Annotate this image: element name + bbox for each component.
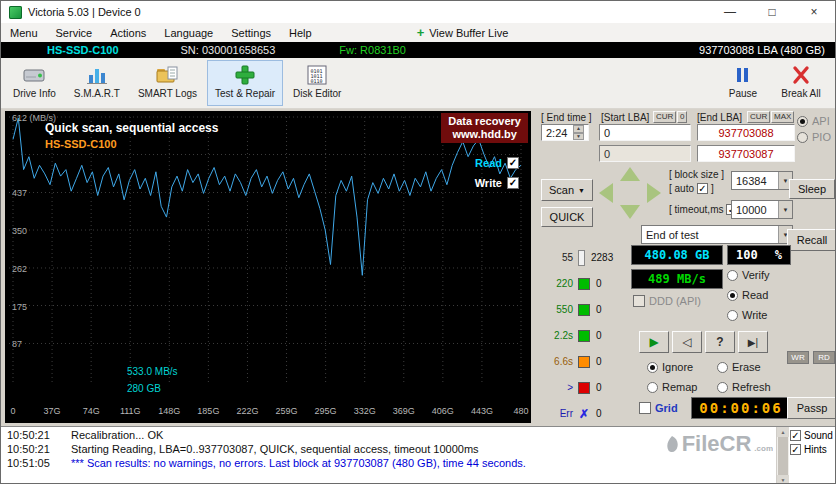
x-tick-label: 74G [83, 406, 100, 416]
end-lba-max-button[interactable]: MAX [771, 111, 794, 123]
remap-radio[interactable]: Remap [647, 381, 697, 393]
read-radio[interactable]: Read [727, 289, 768, 301]
bin-label: 55 [543, 252, 573, 263]
passp-button[interactable]: Passp [787, 397, 836, 419]
x-tick-label: 295G [315, 406, 337, 416]
end-time-spinbox[interactable]: 2:24 ▲ ▼ [541, 124, 589, 141]
x-tick-label: 332G [354, 406, 376, 416]
radio-circle [717, 382, 728, 393]
pause-button[interactable]: Pause [715, 60, 771, 106]
bin-label: 220 [543, 278, 573, 289]
graph-title: Quick scan, sequential access [45, 121, 218, 135]
minimize-icon[interactable]: — [709, 1, 751, 23]
timer-display: 00:00:06 [691, 397, 791, 419]
grid-option[interactable]: Grid [639, 402, 678, 414]
refresh-radio[interactable]: Refresh [717, 381, 771, 393]
smart-logs-label: SMART Logs [138, 88, 197, 99]
erase-label: Erase [732, 361, 761, 373]
break-all-button[interactable]: Break All [773, 60, 829, 106]
scroll-down-icon[interactable]: ▼ [777, 475, 789, 484]
jog-left-button[interactable] [599, 183, 613, 203]
block-size-combo[interactable]: 16384 ▼ [731, 171, 793, 190]
jog-right-button[interactable] [647, 183, 661, 203]
scroll-up-icon[interactable]: ▲ [777, 427, 789, 437]
end-time-label: [ End time ] [541, 112, 592, 123]
spin-up-icon[interactable]: ▲ [573, 125, 584, 133]
disk-editor-button[interactable]: 010110110110 Disk Editor [285, 60, 349, 106]
quick-button[interactable]: QUICK [541, 207, 593, 227]
ddd-option[interactable]: DDD (API) [633, 295, 701, 307]
skip-to-end-button[interactable]: ▶| [738, 331, 768, 353]
api-radio[interactable]: API [797, 115, 830, 127]
ignore-radio[interactable]: Ignore [647, 361, 693, 373]
recall-button[interactable]: Recall [787, 229, 836, 251]
end-of-test-combo[interactable]: End of test ▼ [641, 225, 793, 244]
close-icon[interactable]: × [793, 1, 835, 23]
timeout-combo[interactable]: 10000 ▼ [731, 200, 793, 219]
log-scrollbar[interactable]: ▲ ▼ [776, 427, 789, 484]
view-buffer-live-button[interactable]: + View Buffer Live [417, 26, 509, 39]
chevron-down-icon: ▼ [578, 187, 585, 194]
log-message: *** Scan results: no warnings, no errors… [71, 457, 526, 469]
auto-checkbox[interactable] [697, 183, 708, 194]
ddd-label: DDD (API) [649, 295, 701, 307]
bin-count: 0 [596, 382, 602, 393]
sleep-button[interactable]: Sleep [789, 179, 835, 199]
test-repair-button[interactable]: Test & Repair [207, 60, 283, 106]
start-lba-zero-button[interactable]: 0 [677, 111, 687, 123]
start-lba-field[interactable]: 0 [599, 124, 691, 141]
write-checkbox[interactable] [507, 177, 519, 189]
sound-checkbox[interactable] [790, 430, 801, 441]
menu-item-service[interactable]: Service [47, 27, 102, 39]
radio-circle [647, 382, 658, 393]
menu-item-actions[interactable]: Actions [101, 27, 155, 39]
smart-logs-button[interactable]: SMART Logs [130, 60, 205, 106]
read-checkbox[interactable] [507, 157, 519, 169]
end-time-spinner[interactable]: ▲ ▼ [573, 125, 584, 140]
speed-bin-row: Err✗0 [543, 405, 602, 422]
erase-radio[interactable]: Erase [717, 361, 761, 373]
bracket: ] [711, 183, 714, 194]
start-test-button[interactable]: ▶ [639, 331, 669, 353]
maximize-icon[interactable]: □ [751, 1, 793, 23]
sound-option[interactable]: Sound [790, 430, 834, 441]
title-bar: Victoria 5.03 | Device 0 — □ × [1, 1, 835, 23]
jog-down-button[interactable] [620, 205, 640, 219]
hints-label: Hints [804, 444, 827, 455]
menu-item-menu[interactable]: Menu [1, 27, 47, 39]
size-display: 480.08 GB [631, 245, 723, 265]
current-lba-value: 0 [604, 148, 610, 160]
drive-info-button[interactable]: Drive Info [5, 60, 64, 106]
jog-up-button[interactable] [620, 167, 640, 181]
write-radio[interactable]: Write [727, 309, 767, 321]
menu-item-help[interactable]: Help [280, 27, 321, 39]
step-back-button[interactable]: ◁ [672, 331, 702, 353]
hints-checkbox[interactable] [790, 444, 801, 455]
bin-label: > [543, 382, 573, 393]
scrollbar-thumb[interactable] [778, 437, 788, 475]
end-lba-field[interactable]: 937703088 [697, 124, 795, 141]
scan-button[interactable]: Scan ▼ [541, 179, 593, 201]
menu-item-language[interactable]: Language [155, 27, 222, 39]
start-lba-cur-button[interactable]: CUR [653, 111, 676, 123]
verify-radio[interactable]: Verify [727, 269, 770, 281]
seek-defect-button[interactable]: ? [705, 331, 735, 353]
device-capacity: 937703088 LBA (480 GB) [699, 44, 825, 56]
app-icon [9, 6, 22, 19]
rd-indicator[interactable]: RD [813, 351, 835, 364]
end-lba-cur-button[interactable]: CUR [747, 111, 770, 123]
end-of-test-value: End of test [646, 229, 699, 241]
grid-checkbox[interactable] [639, 402, 651, 414]
ddd-checkbox[interactable] [633, 295, 645, 307]
pio-radio[interactable]: PIO [797, 131, 831, 143]
binary-icon: 010110110110 [305, 63, 329, 87]
menu-item-settings[interactable]: Settings [222, 27, 280, 39]
bar-chart-icon [85, 63, 109, 87]
hints-option[interactable]: Hints [790, 444, 834, 455]
wr-indicator[interactable]: WR [787, 351, 809, 364]
spin-down-icon[interactable]: ▼ [573, 133, 584, 141]
pio-label: PIO [812, 131, 831, 143]
smart-label: S.M.A.R.T [74, 88, 120, 99]
smart-button[interactable]: S.M.A.R.T [66, 60, 128, 106]
end-lba-display: 937703087 [697, 145, 795, 162]
